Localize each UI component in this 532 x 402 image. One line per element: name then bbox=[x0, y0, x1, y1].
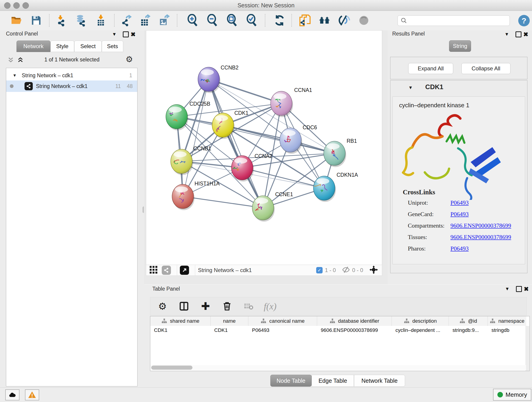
collapse-triangle-icon[interactable]: ▼ bbox=[13, 73, 17, 78]
refresh-icon[interactable] bbox=[273, 14, 286, 27]
table-vertical-scrollbar[interactable] bbox=[526, 326, 529, 371]
column-header[interactable]: shared name bbox=[150, 316, 210, 326]
zoom-out-icon[interactable] bbox=[206, 14, 219, 27]
float-panel-icon[interactable]: ▼ bbox=[505, 32, 509, 37]
collection-label: String Network – cdk1 bbox=[22, 72, 73, 79]
maximize-panel-icon[interactable] bbox=[516, 286, 522, 292]
crosslink-pharos-link[interactable]: P06493 bbox=[450, 245, 469, 252]
status-bar: Memory bbox=[0, 387, 532, 402]
table-cell[interactable]: CDK1 bbox=[150, 326, 210, 335]
maximize-panel-icon[interactable] bbox=[123, 32, 129, 37]
tab-network-table[interactable]: Network Table bbox=[354, 375, 405, 387]
crosslink-compartments-link[interactable]: 9606.ENSP00000378699 bbox=[450, 222, 511, 229]
close-panel-icon[interactable]: ✖ bbox=[523, 31, 528, 38]
export-image-icon[interactable] bbox=[158, 14, 171, 27]
maximize-panel-icon[interactable] bbox=[515, 32, 521, 37]
tab-string[interactable]: String bbox=[449, 40, 471, 52]
import-network-file-icon[interactable] bbox=[55, 14, 68, 27]
detach-view-icon[interactable] bbox=[180, 266, 189, 275]
column-header[interactable]: database identifier bbox=[317, 316, 392, 326]
scrollbar-thumb[interactable] bbox=[151, 366, 192, 370]
collapse-all-button[interactable]: Collapse All bbox=[462, 63, 510, 74]
warning-status-button[interactable] bbox=[25, 389, 39, 400]
import-table-file-icon[interactable] bbox=[94, 14, 107, 27]
selected-checkbox-icon[interactable]: ✓ bbox=[316, 267, 323, 274]
table-cell[interactable]: P06493 bbox=[248, 326, 317, 335]
column-header[interactable]: canonical name bbox=[248, 316, 317, 326]
grey-eye-icon[interactable] bbox=[357, 14, 370, 27]
memory-button[interactable]: Memory bbox=[493, 389, 531, 401]
search-input[interactable] bbox=[410, 17, 507, 24]
save-session-icon[interactable] bbox=[30, 14, 43, 27]
network-node[interactable] bbox=[198, 67, 220, 93]
gene-description: cyclin–dependent kinase 1 bbox=[399, 102, 469, 109]
network-share-icon[interactable] bbox=[162, 266, 171, 275]
table-cell[interactable]: 9606.ENSP00000378699 bbox=[317, 326, 392, 335]
fit-selected-crosshair-icon[interactable] bbox=[369, 265, 378, 275]
zoom-fit-icon[interactable] bbox=[225, 14, 238, 27]
crosslink-tissues-link[interactable]: 9606.ENSP00000378699 bbox=[450, 234, 511, 241]
string-home-icon[interactable] bbox=[318, 14, 331, 27]
column-header[interactable]: name bbox=[210, 316, 248, 326]
network-graph[interactable]: CCNB2CCNA1CDC25BCDK1CDC6RB1CCNB1CCNA2CDK… bbox=[146, 31, 382, 265]
gear-icon[interactable]: ⚙ bbox=[126, 55, 133, 64]
network-collection-row[interactable]: ▼ String Network – cdk1 1 bbox=[6, 70, 137, 80]
table-cell[interactable]: stringdb bbox=[488, 326, 526, 335]
delete-table-icon[interactable] bbox=[242, 300, 255, 313]
crosslink-uniprot-link[interactable]: P06493 bbox=[450, 199, 469, 206]
network-node[interactable] bbox=[324, 141, 346, 167]
table-cell[interactable]: CDK1 bbox=[210, 326, 248, 335]
tab-network[interactable]: Network bbox=[17, 41, 51, 52]
float-panel-icon[interactable]: ▼ bbox=[505, 286, 510, 292]
add-column-icon[interactable]: ✚ bbox=[199, 300, 212, 313]
network-node[interactable] bbox=[166, 104, 188, 130]
zoom-selected-icon[interactable] bbox=[245, 14, 258, 27]
network-node[interactable] bbox=[212, 113, 234, 139]
string-import-icon[interactable] bbox=[298, 14, 311, 27]
export-network-icon[interactable] bbox=[120, 14, 133, 27]
network-node[interactable] bbox=[280, 128, 302, 154]
split-columns-icon[interactable] bbox=[177, 300, 191, 313]
network-canvas[interactable]: CCNB2CCNA1CDC25BCDK1CDC6RB1CCNB1CCNA2CDK… bbox=[146, 30, 382, 265]
network-node[interactable] bbox=[172, 184, 195, 210]
network-row[interactable]: String Network – cdk1 11 48 bbox=[6, 80, 137, 92]
network-node[interactable] bbox=[271, 91, 293, 117]
search-box[interactable] bbox=[398, 15, 510, 26]
column-header[interactable]: namespace bbox=[488, 316, 526, 326]
export-table-icon[interactable] bbox=[139, 14, 152, 27]
network-node[interactable] bbox=[171, 149, 193, 175]
node-table[interactable]: shared name name canonical name database… bbox=[150, 316, 530, 371]
close-panel-icon[interactable]: ✖ bbox=[524, 286, 529, 293]
column-header[interactable]: description bbox=[392, 316, 449, 326]
table-horizontal-scrollbar[interactable] bbox=[151, 365, 526, 370]
hidden-eye-icon[interactable] bbox=[342, 265, 350, 275]
delete-column-icon[interactable] bbox=[220, 300, 234, 313]
expand-all-button[interactable]: Expand All bbox=[408, 63, 453, 74]
table-cell[interactable]: cyclin–dependent ... bbox=[392, 326, 449, 335]
collapse-triangle-icon[interactable]: ▼ bbox=[408, 85, 413, 90]
function-builder-icon[interactable]: f(x) bbox=[264, 300, 277, 313]
collection-count: 1 bbox=[129, 72, 132, 79]
gear-icon[interactable]: ⚙ bbox=[156, 300, 169, 313]
tab-style[interactable]: Style bbox=[51, 41, 74, 52]
table-cell[interactable]: stringdb:9... bbox=[449, 326, 488, 335]
zoom-in-icon[interactable] bbox=[186, 14, 199, 27]
tab-select[interactable]: Select bbox=[74, 41, 102, 52]
column-header[interactable]: @id bbox=[449, 316, 488, 326]
string-enhance-icon[interactable] bbox=[338, 14, 351, 27]
network-node[interactable] bbox=[252, 196, 275, 222]
tab-node-table[interactable]: Node Table bbox=[270, 375, 312, 387]
open-session-icon[interactable] bbox=[10, 14, 23, 27]
network-node[interactable] bbox=[313, 176, 336, 202]
help-button[interactable]: ? bbox=[518, 15, 530, 26]
float-panel-icon[interactable]: ▼ bbox=[112, 32, 117, 37]
node-label: HIST1H1A bbox=[195, 181, 220, 186]
cloud-status-button[interactable] bbox=[5, 389, 19, 400]
crosslink-genecard-link[interactable]: P06493 bbox=[450, 211, 469, 218]
import-network-database-icon[interactable] bbox=[75, 14, 88, 27]
tab-sets[interactable]: Sets bbox=[102, 41, 123, 52]
divider bbox=[177, 265, 177, 275]
close-panel-icon[interactable]: ✖ bbox=[131, 31, 136, 38]
tab-edge-table[interactable]: Edge Table bbox=[312, 375, 354, 387]
birdseye-grid-icon[interactable] bbox=[149, 265, 158, 275]
